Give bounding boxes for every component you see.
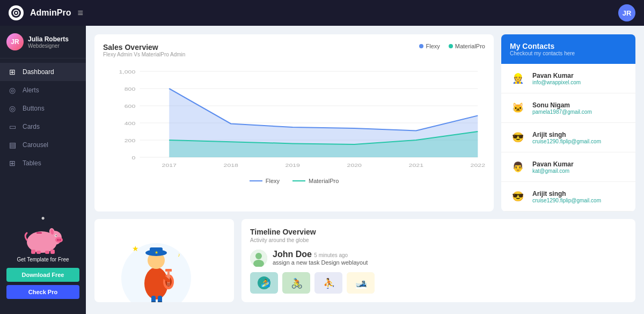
promo-section: ● <box>0 208 86 305</box>
sidebar: JR Julia Roberts Webdesigner ⊞ Dashboard… <box>0 26 86 314</box>
contacts-subtitle: Checkout my contacts here <box>510 50 627 56</box>
svg-text:1,000: 1,000 <box>119 69 135 75</box>
promo-text: Get Template for Free <box>6 257 79 262</box>
contact-name-2: Arijit singh <box>532 131 601 138</box>
thumb-1: 🚴 <box>282 272 310 294</box>
contact-item-0[interactable]: 👷 Pavan Kumar info@wrappixel.com <box>501 64 635 93</box>
svg-text:2021: 2021 <box>409 163 423 168</box>
alerts-icon: ◎ <box>8 86 17 94</box>
nav-label-tables: Tables <box>23 159 41 167</box>
chart-legend-bottom: Flexy MaterialPro <box>103 178 485 184</box>
nav-item-tables[interactable]: ⊞ Tables <box>0 154 86 172</box>
svg-text:2022: 2022 <box>471 163 485 168</box>
thumb-3: 🎿 <box>347 272 375 294</box>
svg-text:★: ★ <box>155 250 158 255</box>
nav-item-carousel[interactable]: ▤ Carousel <box>0 136 86 154</box>
contact-item-3[interactable]: 👨 Pavan Kumar kat@gmail.com <box>501 152 635 182</box>
timeline-entry: John Doe 5 minutes ago assign a new task… <box>250 250 627 267</box>
contacts-card: My Contacts Checkout my contacts here 👷 … <box>501 34 635 211</box>
contact-email-0: info@wrappixel.com <box>532 79 581 85</box>
svg-rect-51 <box>151 296 156 302</box>
sales-card: Sales Overview Flexy Admin Vs MaterialPr… <box>94 34 494 211</box>
top-row: Sales Overview Flexy Admin Vs MaterialPr… <box>94 34 635 211</box>
contact-name-0: Pavan Kumar <box>532 72 581 79</box>
user-avatar-top[interactable]: JR <box>618 4 635 21</box>
timeline-action: assign a new task Design weblayout <box>273 259 368 266</box>
svg-text:♪: ♪ <box>178 252 180 258</box>
svg-rect-15 <box>45 251 49 254</box>
dashboard-icon: ⊞ <box>8 68 17 76</box>
svg-text:★: ★ <box>132 244 139 253</box>
svg-text:2017: 2017 <box>162 163 177 168</box>
sales-header-left: Sales Overview Flexy Admin Vs MaterialPr… <box>103 43 185 64</box>
top-header: AdminPro ≡ JR <box>0 0 644 26</box>
contact-name-4: Arijit singh <box>532 190 601 198</box>
svg-text:🚴: 🚴 <box>291 278 303 289</box>
sales-card-header: Sales Overview Flexy Admin Vs MaterialPr… <box>103 43 485 64</box>
tables-icon: ⊞ <box>8 159 17 167</box>
nav-label-alerts: Alerts <box>23 86 39 94</box>
user-section: JR Julia Roberts Webdesigner <box>0 26 86 59</box>
user-info: Julia Roberts Webdesigner <box>28 35 69 49</box>
contact-email-1: pamela1987@gmail.com <box>532 109 592 115</box>
materialpro-line <box>292 180 305 181</box>
thumb-2: ⛹️ <box>314 272 342 294</box>
illustration-card: ★ <box>94 219 234 302</box>
sales-chart: 1,000 800 600 400 200 0 2017 2018 2019 2… <box>103 66 485 173</box>
musician-illustration: ★ <box>100 232 229 302</box>
svg-text:0: 0 <box>131 155 135 160</box>
contact-name-3: Pavan Kumar <box>532 160 574 168</box>
contact-item-4[interactable]: 😎 Arijit singh cruise1290.fiplip@gmail.c… <box>501 182 635 211</box>
contact-details-4: Arijit singh cruise1290.fiplip@gmail.com <box>532 190 601 203</box>
contact-details-0: Pavan Kumar info@wrappixel.com <box>532 72 581 85</box>
contact-avatar-4: 😎 <box>509 187 527 206</box>
piggy-illustration: ● <box>21 214 64 257</box>
svg-rect-16 <box>50 250 55 254</box>
nav-label-cards: Cards <box>23 123 40 130</box>
nav-label-dashboard: Dashboard <box>23 68 54 76</box>
svg-rect-52 <box>158 296 162 302</box>
flexy-label-bottom: Flexy <box>266 178 280 184</box>
contact-email-4: cruise1290.fiplip@gmail.com <box>532 198 601 203</box>
timeline-user-time: John Doe 5 minutes ago <box>273 250 368 259</box>
nav-item-dashboard[interactable]: ⊞ Dashboard <box>0 63 86 81</box>
contact-details-2: Arijit singh cruise1290.fiplip@gmail.com <box>532 131 601 144</box>
chart-legend-top: Flexy MaterialPro <box>419 43 485 49</box>
svg-rect-12 <box>36 232 42 233</box>
legend-materialpro: MaterialPro <box>449 43 485 49</box>
svg-point-2 <box>15 12 17 14</box>
contact-avatar-1: 🐱 <box>509 99 527 117</box>
check-pro-button[interactable]: Check Pro <box>6 285 79 299</box>
timeline-subtitle: Activity around the globe <box>250 237 627 243</box>
legend-materialpro-bottom: MaterialPro <box>292 178 339 184</box>
svg-point-7 <box>60 239 61 241</box>
contact-email-3: kat@gmail.com <box>532 168 574 174</box>
nav-item-alerts[interactable]: ◎ Alerts <box>0 81 86 99</box>
contact-details-1: Sonu Nigam pamela1987@gmail.com <box>532 101 592 115</box>
main-layout: JR Julia Roberts Webdesigner ⊞ Dashboard… <box>0 26 644 314</box>
nav-item-buttons[interactable]: ◎ Buttons <box>0 99 86 118</box>
hamburger-icon[interactable]: ≡ <box>77 8 83 19</box>
buttons-icon: ◎ <box>8 104 17 113</box>
user-role: Webdesigner <box>28 43 69 49</box>
content-area: Sales Overview Flexy Admin Vs MaterialPr… <box>86 26 644 314</box>
header-left: AdminPro ≡ <box>9 5 83 20</box>
svg-rect-14 <box>36 251 41 254</box>
carousel-icon: ▤ <box>8 141 17 149</box>
contact-item-2[interactable]: 😎 Arijit singh cruise1290.fiplip@gmail.c… <box>501 123 635 152</box>
contact-details-3: Pavan Kumar kat@gmail.com <box>532 160 574 174</box>
svg-rect-13 <box>31 250 35 254</box>
contact-avatar-0: 👷 <box>509 69 527 87</box>
nav-item-cards[interactable]: ▭ Cards <box>0 118 86 136</box>
download-free-button[interactable]: Download Free <box>6 268 79 282</box>
contact-item-1[interactable]: 🐱 Sonu Nigam pamela1987@gmail.com <box>501 93 635 123</box>
bottom-row: ★ <box>94 219 635 302</box>
materialpro-dot <box>449 44 453 48</box>
svg-point-58 <box>255 253 262 259</box>
contact-email-2: cruise1290.fiplip@gmail.com <box>532 138 601 144</box>
svg-text:800: 800 <box>125 86 136 92</box>
svg-text:600: 600 <box>125 104 136 109</box>
timeline-card: Timeline Overview Activity around the gl… <box>241 219 635 302</box>
user-name: Julia Roberts <box>28 35 69 43</box>
timeline-user-name: John Doe <box>273 250 312 259</box>
